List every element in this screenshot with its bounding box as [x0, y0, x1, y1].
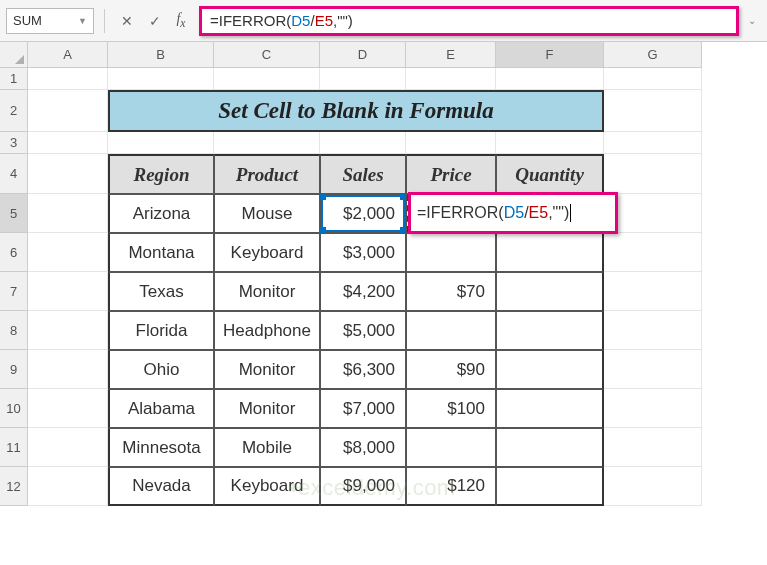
cell[interactable]: [406, 68, 496, 90]
cell[interactable]: [604, 90, 702, 132]
cell[interactable]: [604, 311, 702, 350]
cell[interactable]: [604, 154, 702, 194]
chevron-down-icon[interactable]: ▼: [78, 16, 87, 26]
td-sales[interactable]: $9,000: [320, 467, 406, 506]
cell[interactable]: [496, 132, 604, 154]
cell[interactable]: [406, 132, 496, 154]
col-header-F[interactable]: F: [496, 42, 604, 68]
td-quantity[interactable]: [496, 428, 604, 467]
cell[interactable]: [28, 428, 108, 467]
td-price[interactable]: [406, 311, 496, 350]
cell[interactable]: [108, 68, 214, 90]
cell[interactable]: [604, 68, 702, 90]
row-header-11[interactable]: 11: [0, 428, 28, 467]
page-title[interactable]: Set Cell to Blank in Formula: [108, 90, 604, 132]
name-box[interactable]: SUM ▼: [6, 8, 94, 34]
td-sales[interactable]: $8,000: [320, 428, 406, 467]
th-price[interactable]: Price: [406, 154, 496, 194]
td-price[interactable]: $100: [406, 389, 496, 428]
td-region[interactable]: Nevada: [108, 467, 214, 506]
td-price[interactable]: [406, 428, 496, 467]
td-product[interactable]: Monitor: [214, 350, 320, 389]
fx-icon[interactable]: fx: [171, 9, 195, 33]
row-header-6[interactable]: 6: [0, 233, 28, 272]
cell[interactable]: [28, 154, 108, 194]
td-region[interactable]: Ohio: [108, 350, 214, 389]
row-header-12[interactable]: 12: [0, 467, 28, 506]
cell[interactable]: [28, 132, 108, 154]
td-price[interactable]: $90: [406, 350, 496, 389]
cancel-icon[interactable]: ✕: [115, 9, 139, 33]
row-header-3[interactable]: 3: [0, 132, 28, 154]
td-price[interactable]: $70: [406, 272, 496, 311]
col-header-B[interactable]: B: [108, 42, 214, 68]
cell[interactable]: [28, 389, 108, 428]
td-product[interactable]: Monitor: [214, 389, 320, 428]
td-region[interactable]: Alabama: [108, 389, 214, 428]
td-quantity[interactable]: [496, 350, 604, 389]
cell[interactable]: [28, 194, 108, 233]
td-product[interactable]: Headphone: [214, 311, 320, 350]
td-quantity[interactable]: [496, 389, 604, 428]
td-region[interactable]: Montana: [108, 233, 214, 272]
formula-input[interactable]: =IFERROR(D5/E5,""): [199, 6, 739, 36]
th-region[interactable]: Region: [108, 154, 214, 194]
td-region[interactable]: Arizona: [108, 194, 214, 233]
cell[interactable]: [214, 132, 320, 154]
row-header-9[interactable]: 9: [0, 350, 28, 389]
td-product[interactable]: Keyboard: [214, 233, 320, 272]
cell[interactable]: [604, 132, 702, 154]
td-sales[interactable]: $7,000: [320, 389, 406, 428]
cell[interactable]: [28, 90, 108, 132]
th-product[interactable]: Product: [214, 154, 320, 194]
td-region[interactable]: Florida: [108, 311, 214, 350]
td-price[interactable]: $120: [406, 467, 496, 506]
cell[interactable]: [28, 233, 108, 272]
cell[interactable]: [604, 467, 702, 506]
td-product[interactable]: Mouse: [214, 194, 320, 233]
cell[interactable]: [320, 132, 406, 154]
cell[interactable]: [28, 311, 108, 350]
td-sales[interactable]: $5,000: [320, 311, 406, 350]
cell-edit-overlay[interactable]: =IFERROR(D5/E5,""): [408, 192, 618, 234]
col-header-D[interactable]: D: [320, 42, 406, 68]
td-sales[interactable]: $3,000: [320, 233, 406, 272]
cell[interactable]: [320, 68, 406, 90]
th-quantity[interactable]: Quantity: [496, 154, 604, 194]
td-region[interactable]: Texas: [108, 272, 214, 311]
cell[interactable]: [604, 428, 702, 467]
td-price[interactable]: [406, 233, 496, 272]
td-product[interactable]: Keyboard: [214, 467, 320, 506]
col-header-C[interactable]: C: [214, 42, 320, 68]
confirm-icon[interactable]: ✓: [143, 9, 167, 33]
col-header-A[interactable]: A: [28, 42, 108, 68]
td-quantity[interactable]: [496, 467, 604, 506]
row-header-2[interactable]: 2: [0, 90, 28, 132]
cell[interactable]: [28, 68, 108, 90]
td-product[interactable]: Monitor: [214, 272, 320, 311]
row-header-1[interactable]: 1: [0, 68, 28, 90]
select-all-corner[interactable]: [0, 42, 28, 68]
td-quantity[interactable]: [496, 272, 604, 311]
td-sales[interactable]: $6,300: [320, 350, 406, 389]
cell[interactable]: [28, 467, 108, 506]
cell[interactable]: [214, 68, 320, 90]
col-header-E[interactable]: E: [406, 42, 496, 68]
cell[interactable]: [496, 68, 604, 90]
td-quantity[interactable]: [496, 311, 604, 350]
cell[interactable]: [604, 233, 702, 272]
td-quantity[interactable]: [496, 233, 604, 272]
td-sales[interactable]: $2,000: [320, 194, 406, 233]
cell[interactable]: [604, 194, 702, 233]
cell[interactable]: [108, 132, 214, 154]
expand-formula-icon[interactable]: ⌄: [743, 8, 761, 34]
cells-area[interactable]: Set Cell to Blank in Formula Region Prod…: [28, 68, 767, 506]
td-product[interactable]: Mobile: [214, 428, 320, 467]
row-header-4[interactable]: 4: [0, 154, 28, 194]
row-header-7[interactable]: 7: [0, 272, 28, 311]
row-header-5[interactable]: 5: [0, 194, 28, 233]
cell[interactable]: [28, 350, 108, 389]
row-header-10[interactable]: 10: [0, 389, 28, 428]
col-header-G[interactable]: G: [604, 42, 702, 68]
cell[interactable]: [28, 272, 108, 311]
